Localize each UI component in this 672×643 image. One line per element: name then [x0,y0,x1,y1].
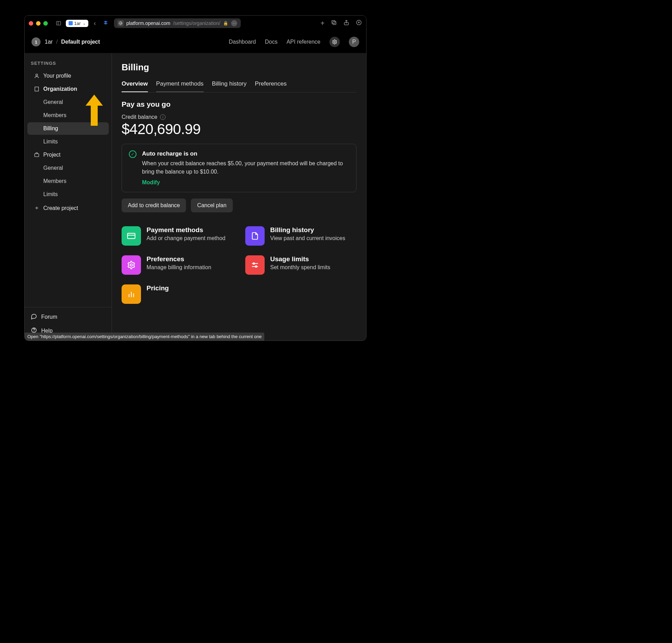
app-body: SETTINGS Your profile Organization Gener… [25,53,366,341]
project-name[interactable]: Default project [61,39,100,45]
balance-label-row: Credit balance i [122,114,356,120]
svg-point-16 [34,331,34,332]
billing-tabs: Overview Payment methods Billing history… [122,78,356,93]
breadcrumb: 1ar / Default project [45,39,100,45]
balance-label: Credit balance [122,114,157,120]
link-preview-tooltip: Open "https://platform.openai.com/settin… [25,333,264,341]
chart-icon [122,284,141,304]
sidebar-item-org-limits[interactable]: Limits [27,135,109,148]
traffic-lights [29,21,48,26]
sidebar-item-proj-members[interactable]: Members [27,175,109,187]
sidebar-item-organization[interactable]: Organization [27,83,109,95]
sidebar-item-label: Members [43,178,67,184]
url-bar[interactable]: platform.openai.com/settings/organizatio… [114,18,241,28]
nav-docs[interactable]: Docs [265,39,277,45]
gear-icon [122,255,141,275]
tab-overview[interactable]: Overview [122,78,148,92]
tab-preferences[interactable]: Preferences [255,78,287,92]
stack-icon[interactable] [103,20,108,27]
share-icon[interactable] [343,19,350,27]
svg-rect-4 [332,20,335,24]
new-tab-icon[interactable]: + [320,19,325,27]
sidebar-item-label: Limits [43,191,58,197]
sidebar-item-label: Billing [43,125,58,132]
sidebar-item-label: Project [43,152,61,158]
card-desc: Manage billing information [147,264,211,271]
settings-button[interactable] [329,37,340,47]
close-icon[interactable] [29,21,33,26]
card-desc: View past and current invoices [270,235,345,241]
more-icon[interactable]: ⋯ [231,20,237,26]
svg-rect-0 [56,21,61,25]
minimize-icon[interactable] [36,21,41,26]
nav-back-button[interactable]: ‹ [92,20,98,27]
billing-cards: Payment methods Add or change payment me… [122,226,356,304]
user-icon [34,73,40,79]
svg-rect-14 [35,154,39,157]
chevron-down-icon: ⌄ [83,21,86,25]
svg-point-8 [36,74,37,76]
modify-link[interactable]: Modify [142,179,160,186]
org-name[interactable]: 1ar [45,39,53,45]
settings-sidebar: SETTINGS Your profile Organization Gener… [25,53,112,341]
card-preferences[interactable]: Preferences Manage billing information [122,255,233,275]
card-pricing[interactable]: Pricing [122,284,233,304]
sidebar-item-org-billing[interactable]: Billing [27,122,109,135]
browser-tab[interactable]: 1ar ⌄ [66,20,88,27]
tab-payment-methods[interactable]: Payment methods [156,78,204,92]
svg-point-19 [130,264,133,266]
sidebar-create-project[interactable]: ＋ Create project [27,201,109,215]
card-title: Preferences [147,255,211,263]
billing-actions: Add to credit balance Cancel plan [122,199,356,212]
card-desc: Set monthly spend limits [270,264,330,271]
sidebar-item-label: Limits [43,139,58,145]
url-host: platform.openai.com [126,20,170,26]
building-icon [34,86,40,92]
auto-recharge-callout: ✓ Auto recharge is on When your credit b… [122,144,356,192]
sidebar-toggle-icon[interactable] [55,20,62,26]
copy-icon[interactable] [331,19,337,27]
page-title: Billing [122,62,356,73]
sidebar-item-proj-limits[interactable]: Limits [27,188,109,201]
gear-icon [332,39,337,45]
sidebar-item-label: Create project [43,205,78,211]
sliders-icon [245,255,265,275]
url-path: /settings/organization/ [173,20,220,26]
card-desc: Add or change payment method [147,235,226,241]
favicon-icon [117,20,124,26]
card-title: Payment methods [147,226,226,234]
sidebar-forum[interactable]: Forum [25,310,112,324]
org-avatar[interactable]: 1 [32,37,41,46]
cancel-plan-button[interactable]: Cancel plan [191,199,233,212]
nav-api-reference[interactable]: API reference [286,39,320,45]
sidebar-item-org-members[interactable]: Members [27,109,109,122]
card-usage-limits[interactable]: Usage limits Set monthly spend limits [245,255,356,275]
breadcrumb-separator: / [56,39,58,45]
sidebar-item-your-profile[interactable]: Your profile [27,70,109,82]
download-icon[interactable] [356,19,362,27]
svg-rect-9 [35,87,39,91]
sidebar-item-proj-general[interactable]: General [27,162,109,174]
briefcase-icon [34,152,40,158]
svg-point-23 [255,266,257,267]
tab-billing-history[interactable]: Billing history [212,78,247,92]
sidebar-item-project[interactable]: Project [27,149,109,161]
plus-icon: ＋ [34,204,40,212]
sidebar-item-org-general[interactable]: General [27,96,109,108]
callout-title: Auto recharge is on [142,150,349,157]
card-payment-methods[interactable]: Payment methods Add or change payment me… [122,226,233,246]
callout-desc: When your credit balance reaches $5.00, … [142,159,349,176]
sidebar-item-label: Organization [43,86,77,92]
maximize-icon[interactable] [43,21,48,26]
sidebar-item-label: Forum [41,314,57,320]
header-links: Dashboard Docs API reference P [229,37,359,47]
browser-tab-label: 1ar [74,21,81,26]
nav-dashboard[interactable]: Dashboard [229,39,256,45]
user-avatar[interactable]: P [349,37,359,47]
sidebar-item-label: General [43,99,63,105]
card-billing-history[interactable]: Billing history View past and current in… [245,226,356,246]
svg-rect-17 [127,233,135,238]
info-icon[interactable]: i [160,114,166,120]
add-credit-button[interactable]: Add to credit balance [122,199,186,212]
sidebar-heading: SETTINGS [25,58,112,69]
